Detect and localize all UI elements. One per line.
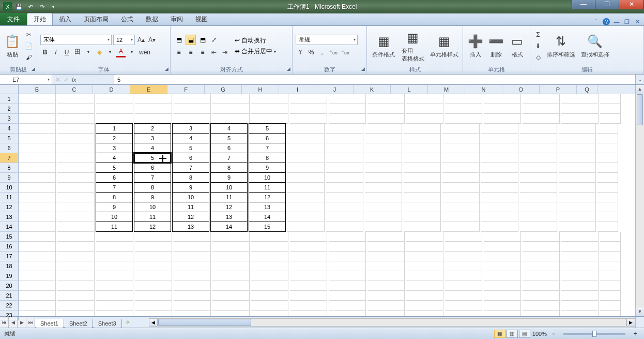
cell-P2[interactable]: [561, 104, 599, 114]
cell-B7[interactable]: [19, 153, 56, 163]
undo-icon[interactable]: ↶: [26, 2, 35, 11]
cell-P11[interactable]: [559, 193, 596, 202]
row-header-12[interactable]: 12: [0, 202, 19, 212]
cell-N10[interactable]: [481, 183, 518, 193]
cell-E10[interactable]: 8: [134, 182, 171, 193]
increase-indent-icon[interactable]: ⇥: [220, 47, 229, 57]
cell-P23[interactable]: [561, 311, 599, 316]
cell-M20[interactable]: [445, 281, 482, 291]
cell-Q18[interactable]: [600, 261, 621, 271]
cell-K19[interactable]: [367, 271, 405, 281]
row-header-1[interactable]: 1: [0, 94, 19, 104]
cell-H3[interactable]: [251, 114, 288, 124]
cell-B21[interactable]: [19, 291, 56, 301]
cell-M2[interactable]: [445, 104, 482, 114]
copy-icon[interactable]: 📄: [24, 41, 34, 51]
cell-O6[interactable]: [520, 143, 557, 153]
col-header-F[interactable]: F: [167, 85, 205, 94]
cell-K14[interactable]: [365, 222, 402, 232]
cell-N17[interactable]: [484, 252, 521, 261]
cell-B19[interactable]: [19, 271, 56, 281]
cell-L22[interactable]: [406, 301, 443, 311]
cell-N19[interactable]: [484, 271, 521, 281]
cell-Q4[interactable]: [597, 124, 618, 134]
cell-E22[interactable]: [135, 301, 172, 311]
cell-B11[interactable]: [19, 193, 56, 202]
cell-L5[interactable]: [404, 134, 441, 143]
tab-数据[interactable]: 数据: [140, 13, 164, 25]
cell-G23[interactable]: [212, 311, 250, 316]
cell-O8[interactable]: [520, 163, 557, 173]
cell-C3[interactable]: [57, 114, 95, 124]
cell-L23[interactable]: [406, 311, 443, 316]
scroll-right-icon[interactable]: ▶: [626, 318, 635, 327]
cell-F3[interactable]: [174, 114, 211, 124]
cell-J3[interactable]: [329, 114, 366, 124]
cell-I9[interactable]: [287, 173, 325, 183]
cell-E6[interactable]: 4: [134, 143, 171, 153]
cell-D10[interactable]: 7: [96, 182, 133, 193]
cell-C14[interactable]: [57, 222, 95, 232]
cell-G12[interactable]: 12: [210, 202, 248, 212]
cell-Q7[interactable]: [597, 153, 618, 163]
zoom-in-icon[interactable]: +: [631, 329, 640, 339]
cell-E19[interactable]: [135, 271, 172, 281]
cell-P1[interactable]: [561, 94, 599, 104]
dialog-launcher-icon[interactable]: ◢: [287, 66, 290, 71]
cell-I12[interactable]: [287, 202, 325, 212]
cell-G3[interactable]: [212, 114, 250, 124]
format-cells-button[interactable]: ▭格式: [508, 33, 527, 58]
cell-P21[interactable]: [561, 291, 599, 301]
cell-H13[interactable]: 14: [249, 212, 286, 222]
cell-G6[interactable]: 6: [210, 143, 248, 153]
cell-H12[interactable]: 13: [249, 202, 286, 212]
cell-D20[interactable]: [96, 281, 133, 291]
hscroll-thumb[interactable]: [158, 319, 251, 326]
cell-K16[interactable]: [367, 242, 405, 252]
cell-L14[interactable]: [404, 222, 441, 232]
cell-F5[interactable]: 4: [172, 133, 209, 143]
cell-H9[interactable]: 10: [249, 172, 286, 183]
page-break-view-icon[interactable]: ▤: [519, 330, 530, 338]
cell-G22[interactable]: [212, 301, 250, 311]
cell-P7[interactable]: [559, 153, 596, 163]
cell-H17[interactable]: [251, 252, 288, 261]
align-left-icon[interactable]: ≡: [174, 47, 184, 57]
cell-L12[interactable]: [404, 202, 441, 212]
cell-I11[interactable]: [287, 193, 325, 202]
cell-L4[interactable]: [404, 124, 441, 134]
tab-审阅[interactable]: 审阅: [164, 13, 189, 25]
cell-H18[interactable]: [251, 261, 288, 271]
cell-O15[interactable]: [523, 232, 560, 242]
cell-O19[interactable]: [523, 271, 560, 281]
align-bottom-icon[interactable]: ⬒: [197, 35, 208, 45]
col-header-M[interactable]: M: [428, 85, 465, 94]
cell-M18[interactable]: [445, 261, 482, 271]
cell-P10[interactable]: [559, 183, 596, 193]
cell-Q3[interactable]: [600, 114, 621, 124]
cell-P15[interactable]: [561, 232, 599, 242]
cell-G14[interactable]: 14: [210, 222, 248, 232]
cell-G21[interactable]: [212, 291, 250, 301]
col-header-C[interactable]: C: [56, 85, 93, 94]
cell-F13[interactable]: 12: [172, 212, 209, 222]
name-box[interactable]: E7: [0, 75, 52, 84]
align-middle-icon[interactable]: ⬓: [186, 35, 196, 45]
cell-Q6[interactable]: [597, 143, 618, 153]
cell-H4[interactable]: 5: [249, 123, 286, 134]
cell-Q20[interactable]: [600, 281, 621, 291]
row-header-8[interactable]: 8: [0, 163, 19, 173]
col-header-H[interactable]: H: [242, 85, 279, 94]
delete-cells-button[interactable]: ➖删除: [487, 33, 505, 58]
fill-dropdown-icon[interactable]: ▾: [105, 47, 115, 57]
zoom-handle[interactable]: [592, 331, 596, 337]
cell-L16[interactable]: [406, 242, 443, 252]
cell-Q10[interactable]: [597, 183, 618, 193]
cell-M19[interactable]: [445, 271, 482, 281]
cell-M16[interactable]: [445, 242, 482, 252]
cell-M8[interactable]: [442, 163, 480, 173]
cell-H23[interactable]: [251, 311, 288, 316]
row-header-2[interactable]: 2: [0, 104, 19, 114]
cell-J6[interactable]: [326, 143, 363, 153]
cell-F22[interactable]: [174, 301, 211, 311]
